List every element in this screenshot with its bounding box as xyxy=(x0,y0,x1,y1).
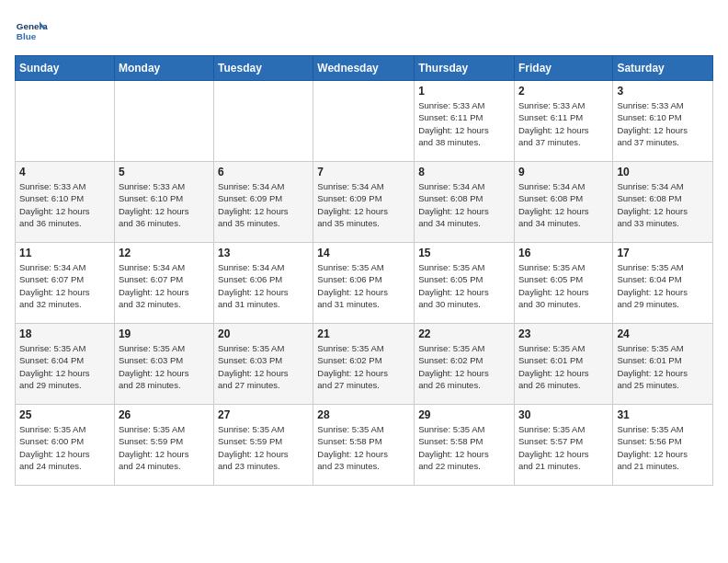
calendar-cell: 29Sunrise: 5:35 AM Sunset: 5:58 PM Dayli… xyxy=(415,405,515,486)
day-number: 4 xyxy=(19,166,110,178)
day-number: 22 xyxy=(418,327,510,340)
day-info: Sunrise: 5:35 AM Sunset: 6:03 PM Dayligh… xyxy=(119,342,210,391)
calendar-cell: 11Sunrise: 5:34 AM Sunset: 6:07 PM Dayli… xyxy=(16,243,115,324)
day-info: Sunrise: 5:35 AM Sunset: 6:05 PM Dayligh… xyxy=(518,261,609,310)
day-number: 13 xyxy=(218,247,309,259)
calendar-cell: 4Sunrise: 5:33 AM Sunset: 6:10 PM Daylig… xyxy=(16,162,115,243)
calendar-cell: 25Sunrise: 5:35 AM Sunset: 6:00 PM Dayli… xyxy=(16,405,115,486)
calendar-cell xyxy=(214,81,313,162)
day-info: Sunrise: 5:34 AM Sunset: 6:08 PM Dayligh… xyxy=(518,180,609,229)
day-number: 31 xyxy=(617,408,709,421)
day-number: 11 xyxy=(19,247,110,259)
day-info: Sunrise: 5:35 AM Sunset: 5:59 PM Dayligh… xyxy=(119,423,210,472)
calendar-cell: 16Sunrise: 5:35 AM Sunset: 6:05 PM Dayli… xyxy=(514,243,612,324)
calendar-cell: 30Sunrise: 5:35 AM Sunset: 5:57 PM Dayli… xyxy=(514,405,612,486)
day-info: Sunrise: 5:35 AM Sunset: 5:58 PM Dayligh… xyxy=(317,423,410,472)
day-info: Sunrise: 5:35 AM Sunset: 5:58 PM Dayligh… xyxy=(418,423,510,472)
calendar-cell: 26Sunrise: 5:35 AM Sunset: 5:59 PM Dayli… xyxy=(114,405,213,486)
calendar-cell: 10Sunrise: 5:34 AM Sunset: 6:08 PM Dayli… xyxy=(613,162,713,243)
day-number: 28 xyxy=(317,408,410,421)
weekday-header-cell: Sunday xyxy=(16,56,115,81)
calendar-cell: 9Sunrise: 5:34 AM Sunset: 6:08 PM Daylig… xyxy=(514,162,612,243)
calendar-cell: 1Sunrise: 5:33 AM Sunset: 6:11 PM Daylig… xyxy=(415,81,515,162)
day-info: Sunrise: 5:34 AM Sunset: 6:09 PM Dayligh… xyxy=(317,180,410,229)
calendar-cell xyxy=(114,81,213,162)
day-info: Sunrise: 5:35 AM Sunset: 6:03 PM Dayligh… xyxy=(218,342,309,391)
day-number: 14 xyxy=(317,247,410,259)
day-number: 18 xyxy=(19,327,110,340)
calendar-cell: 15Sunrise: 5:35 AM Sunset: 6:05 PM Dayli… xyxy=(415,243,515,324)
day-info: Sunrise: 5:33 AM Sunset: 6:10 PM Dayligh… xyxy=(617,99,709,148)
calendar-cell xyxy=(16,81,115,162)
day-info: Sunrise: 5:35 AM Sunset: 5:57 PM Dayligh… xyxy=(518,423,609,472)
page-header: General Blue xyxy=(15,15,713,48)
day-info: Sunrise: 5:35 AM Sunset: 6:02 PM Dayligh… xyxy=(418,342,510,391)
calendar-body: 1Sunrise: 5:33 AM Sunset: 6:11 PM Daylig… xyxy=(16,81,713,486)
day-info: Sunrise: 5:35 AM Sunset: 6:06 PM Dayligh… xyxy=(317,261,410,310)
day-number: 5 xyxy=(119,166,210,178)
day-info: Sunrise: 5:35 AM Sunset: 6:04 PM Dayligh… xyxy=(19,342,110,391)
calendar-cell xyxy=(313,81,415,162)
calendar-cell: 3Sunrise: 5:33 AM Sunset: 6:10 PM Daylig… xyxy=(613,81,713,162)
calendar-cell: 31Sunrise: 5:35 AM Sunset: 5:56 PM Dayli… xyxy=(613,405,713,486)
weekday-header-row: SundayMondayTuesdayWednesdayThursdayFrid… xyxy=(16,56,713,81)
calendar-cell: 13Sunrise: 5:34 AM Sunset: 6:06 PM Dayli… xyxy=(214,243,313,324)
day-info: Sunrise: 5:35 AM Sunset: 6:05 PM Dayligh… xyxy=(418,261,510,310)
day-info: Sunrise: 5:35 AM Sunset: 6:01 PM Dayligh… xyxy=(617,342,709,391)
calendar-cell: 14Sunrise: 5:35 AM Sunset: 6:06 PM Dayli… xyxy=(313,243,415,324)
calendar-cell: 6Sunrise: 5:34 AM Sunset: 6:09 PM Daylig… xyxy=(214,162,313,243)
calendar-cell: 7Sunrise: 5:34 AM Sunset: 6:09 PM Daylig… xyxy=(313,162,415,243)
weekday-header-cell: Wednesday xyxy=(313,56,415,81)
weekday-header-cell: Saturday xyxy=(613,56,713,81)
day-number: 24 xyxy=(617,327,709,340)
calendar-cell: 23Sunrise: 5:35 AM Sunset: 6:01 PM Dayli… xyxy=(514,324,612,405)
day-number: 8 xyxy=(418,166,510,178)
day-info: Sunrise: 5:35 AM Sunset: 5:59 PM Dayligh… xyxy=(218,423,309,472)
day-info: Sunrise: 5:34 AM Sunset: 6:07 PM Dayligh… xyxy=(119,261,210,310)
weekday-header-cell: Friday xyxy=(514,56,612,81)
calendar-week-row: 4Sunrise: 5:33 AM Sunset: 6:10 PM Daylig… xyxy=(16,162,713,243)
day-info: Sunrise: 5:35 AM Sunset: 6:00 PM Dayligh… xyxy=(19,423,110,472)
day-number: 19 xyxy=(119,327,210,340)
day-number: 21 xyxy=(317,327,410,340)
day-number: 1 xyxy=(418,85,510,98)
day-info: Sunrise: 5:34 AM Sunset: 6:08 PM Dayligh… xyxy=(418,180,510,229)
day-number: 3 xyxy=(617,85,709,98)
calendar-cell: 24Sunrise: 5:35 AM Sunset: 6:01 PM Dayli… xyxy=(613,324,713,405)
day-number: 15 xyxy=(418,247,510,259)
day-number: 26 xyxy=(119,408,210,421)
day-number: 10 xyxy=(617,166,709,178)
day-info: Sunrise: 5:35 AM Sunset: 5:56 PM Dayligh… xyxy=(617,423,709,472)
day-number: 9 xyxy=(518,166,609,178)
day-number: 6 xyxy=(218,166,309,178)
day-number: 16 xyxy=(518,247,609,259)
calendar-cell: 20Sunrise: 5:35 AM Sunset: 6:03 PM Dayli… xyxy=(214,324,313,405)
calendar-cell: 8Sunrise: 5:34 AM Sunset: 6:08 PM Daylig… xyxy=(415,162,515,243)
day-info: Sunrise: 5:35 AM Sunset: 6:04 PM Dayligh… xyxy=(617,261,709,310)
calendar-cell: 17Sunrise: 5:35 AM Sunset: 6:04 PM Dayli… xyxy=(613,243,713,324)
day-info: Sunrise: 5:33 AM Sunset: 6:11 PM Dayligh… xyxy=(418,99,510,148)
day-info: Sunrise: 5:34 AM Sunset: 6:08 PM Dayligh… xyxy=(617,180,709,229)
logo-icon: General Blue xyxy=(15,15,48,48)
calendar-cell: 18Sunrise: 5:35 AM Sunset: 6:04 PM Dayli… xyxy=(16,324,115,405)
calendar-cell: 28Sunrise: 5:35 AM Sunset: 5:58 PM Dayli… xyxy=(313,405,415,486)
day-number: 7 xyxy=(317,166,410,178)
day-number: 2 xyxy=(518,85,609,98)
day-info: Sunrise: 5:34 AM Sunset: 6:07 PM Dayligh… xyxy=(19,261,110,310)
day-number: 29 xyxy=(418,408,510,421)
day-number: 23 xyxy=(518,327,609,340)
day-info: Sunrise: 5:35 AM Sunset: 6:01 PM Dayligh… xyxy=(518,342,609,391)
day-info: Sunrise: 5:35 AM Sunset: 6:02 PM Dayligh… xyxy=(317,342,410,391)
calendar-cell: 2Sunrise: 5:33 AM Sunset: 6:11 PM Daylig… xyxy=(514,81,612,162)
calendar-week-row: 11Sunrise: 5:34 AM Sunset: 6:07 PM Dayli… xyxy=(16,243,713,324)
day-info: Sunrise: 5:34 AM Sunset: 6:09 PM Dayligh… xyxy=(218,180,309,229)
day-number: 20 xyxy=(218,327,309,340)
calendar-cell: 21Sunrise: 5:35 AM Sunset: 6:02 PM Dayli… xyxy=(313,324,415,405)
calendar-cell: 12Sunrise: 5:34 AM Sunset: 6:07 PM Dayli… xyxy=(114,243,213,324)
day-number: 12 xyxy=(119,247,210,259)
calendar-cell: 19Sunrise: 5:35 AM Sunset: 6:03 PM Dayli… xyxy=(114,324,213,405)
logo: General Blue xyxy=(15,15,48,48)
svg-text:Blue: Blue xyxy=(17,31,37,41)
day-number: 17 xyxy=(617,247,709,259)
calendar-cell: 27Sunrise: 5:35 AM Sunset: 5:59 PM Dayli… xyxy=(214,405,313,486)
